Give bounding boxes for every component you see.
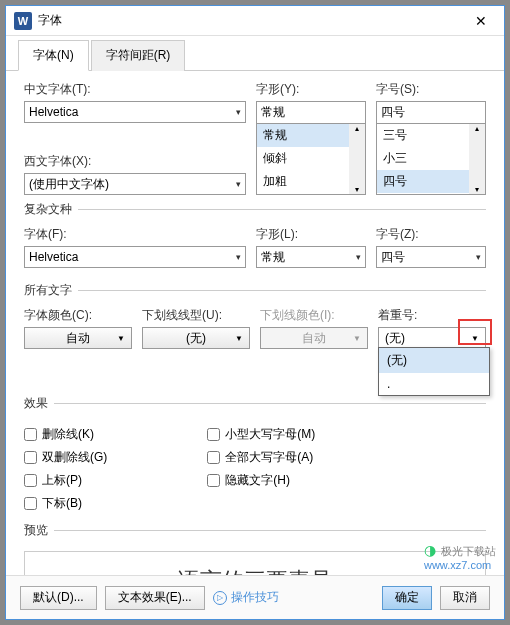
watermark-url: www.xz7.com <box>424 559 491 571</box>
effects-fieldset: 效果 删除线(K) 双删除线(G) 上标(P) 下标(B) 小型大写字母(M) … <box>24 395 486 516</box>
style-listbox[interactable]: 常规 倾斜 加粗 ▴▾ <box>256 123 366 195</box>
color-value: 自动 <box>66 330 90 347</box>
checkbox-input[interactable] <box>24 428 37 441</box>
play-icon: ▷ <box>213 591 227 605</box>
strike-checkbox[interactable]: 删除线(K) <box>24 426 107 443</box>
footer: 默认(D)... 文本效果(E)... ▷ 操作技巧 确定 取消 <box>6 575 504 619</box>
complex-font-value: Helvetica <box>29 250 78 264</box>
checkbox-input[interactable] <box>207 428 220 441</box>
complex-legend: 复杂文种 <box>24 201 78 218</box>
close-button[interactable]: ✕ <box>466 9 496 33</box>
style-value: 常规 <box>261 104 285 121</box>
complex-style-label: 字形(L): <box>256 226 366 243</box>
ok-button[interactable]: 确定 <box>382 586 432 610</box>
cancel-button[interactable]: 取消 <box>440 586 490 610</box>
dbl-strike-checkbox[interactable]: 双删除线(G) <box>24 449 107 466</box>
tab-bar: 字体(N) 字符间距(R) <box>6 36 504 71</box>
all-caps-checkbox[interactable]: 全部大写字母(A) <box>207 449 315 466</box>
chevron-down-icon: ▼ <box>353 334 361 343</box>
dialog-title: 字体 <box>38 12 466 29</box>
complex-style-value: 常规 <box>261 249 285 266</box>
underline-color-label: 下划线颜色(I): <box>260 307 368 324</box>
chevron-down-icon: ▾ <box>356 252 361 262</box>
emphasis-value: (无) <box>385 330 405 347</box>
chevron-down-icon: ▼ <box>117 334 125 343</box>
emphasis-popup[interactable]: (无) . <box>378 347 490 396</box>
complex-font-label: 字体(F): <box>24 226 246 243</box>
emphasis-option-dot[interactable]: . <box>379 373 489 395</box>
tips-link[interactable]: ▷ 操作技巧 <box>213 589 279 606</box>
tips-label: 操作技巧 <box>231 589 279 606</box>
cn-font-combo[interactable]: Helvetica ▾ <box>24 101 246 123</box>
scrollbar[interactable]: ▴▾ <box>349 124 365 194</box>
preview-legend: 预览 <box>24 522 54 539</box>
checkbox-input[interactable] <box>24 474 37 487</box>
complex-size-value: 四号 <box>381 249 405 266</box>
underline-label: 下划线线型(U): <box>142 307 250 324</box>
checkbox-input[interactable] <box>207 451 220 464</box>
chevron-down-icon: ▼ <box>235 334 243 343</box>
superscript-checkbox[interactable]: 上标(P) <box>24 472 107 489</box>
default-button[interactable]: 默认(D)... <box>20 586 97 610</box>
cn-font-label: 中文字体(T): <box>24 81 246 98</box>
style-label: 字形(Y): <box>256 81 366 98</box>
tab-spacing[interactable]: 字符间距(R) <box>91 40 186 71</box>
size-value: 四号 <box>381 104 405 121</box>
watermark: ◑ 极光下载站 www.xz7.com <box>424 542 496 571</box>
complex-size-label: 字号(Z): <box>376 226 486 243</box>
subscript-checkbox[interactable]: 下标(B) <box>24 495 107 512</box>
west-font-combo[interactable]: (使用中文字体) ▾ <box>24 173 246 195</box>
complex-font-combo[interactable]: Helvetica ▾ <box>24 246 246 268</box>
underline-color-dropdown: 自动 ▼ <box>260 327 368 349</box>
checkbox-input[interactable] <box>24 497 37 510</box>
checkbox-input[interactable] <box>207 474 220 487</box>
color-label: 字体颜色(C): <box>24 307 132 324</box>
size-label: 字号(S): <box>376 81 486 98</box>
underline-color-value: 自动 <box>302 330 326 347</box>
underline-dropdown[interactable]: (无) ▼ <box>142 327 250 349</box>
emphasis-label: 着重号: <box>378 307 486 324</box>
all-text-legend: 所有文字 <box>24 282 78 299</box>
chevron-down-icon: ▾ <box>236 252 241 262</box>
scrollbar[interactable]: ▴▾ <box>469 124 485 194</box>
watermark-brand: 极光下载站 <box>441 545 496 557</box>
emphasis-option-none[interactable]: (无) <box>379 348 489 373</box>
west-font-label: 西文字体(X): <box>24 153 246 170</box>
complex-size-combo[interactable]: 四号 ▾ <box>376 246 486 268</box>
west-font-value: (使用中文字体) <box>29 176 109 193</box>
chevron-down-icon: ▾ <box>476 252 481 262</box>
underline-value: (无) <box>186 330 206 347</box>
checkbox-input[interactable] <box>24 451 37 464</box>
effects-legend: 效果 <box>24 395 54 412</box>
all-text-fieldset: 所有文字 字体颜色(C): 自动 ▼ 下划线线型(U): (无) ▼ <box>24 282 486 357</box>
watermark-logo-icon: ◑ <box>424 542 436 558</box>
emphasis-dropdown[interactable]: (无) ▼ <box>378 327 486 349</box>
text-effect-button[interactable]: 文本效果(E)... <box>105 586 205 610</box>
chevron-down-icon: ▼ <box>471 334 479 343</box>
tab-font[interactable]: 字体(N) <box>18 40 89 71</box>
complex-style-combo[interactable]: 常规 ▾ <box>256 246 366 268</box>
app-icon: W <box>14 12 32 30</box>
style-input[interactable]: 常规 <box>256 101 366 123</box>
size-listbox[interactable]: 三号 小三 四号 ▴▾ <box>376 123 486 195</box>
chevron-down-icon: ▾ <box>236 107 241 117</box>
color-dropdown[interactable]: 自动 ▼ <box>24 327 132 349</box>
small-caps-checkbox[interactable]: 小型大写字母(M) <box>207 426 315 443</box>
complex-fieldset: 复杂文种 字体(F): Helvetica ▾ 字形(L): 常规 ▾ <box>24 201 486 276</box>
chevron-down-icon: ▾ <box>236 179 241 189</box>
hidden-checkbox[interactable]: 隐藏文字(H) <box>207 472 315 489</box>
title-bar: W 字体 ✕ <box>6 6 504 36</box>
cn-font-value: Helvetica <box>29 105 78 119</box>
size-input[interactable]: 四号 <box>376 101 486 123</box>
